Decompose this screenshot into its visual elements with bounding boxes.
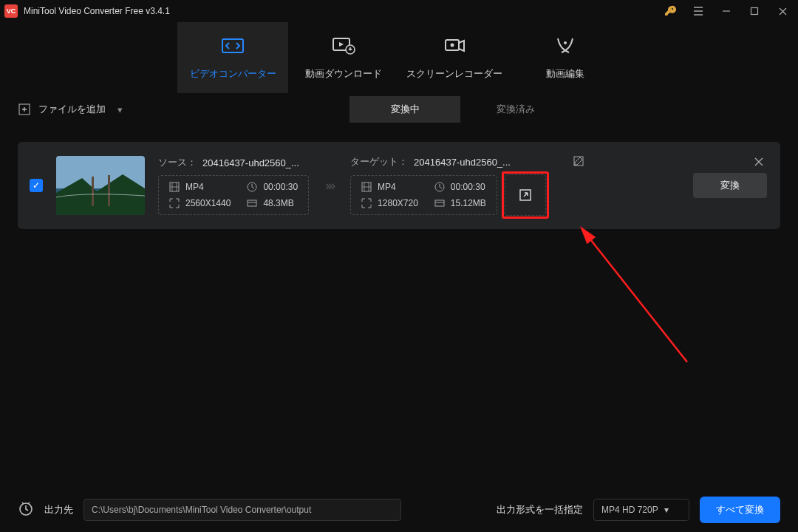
add-file-button[interactable]: ファイルを追加 ▾ xyxy=(18,103,123,116)
remove-job-button[interactable] xyxy=(752,155,765,168)
output-path-input[interactable] xyxy=(83,499,401,521)
svg-rect-0 xyxy=(751,8,758,15)
svg-point-7 xyxy=(564,41,567,44)
tgt-format: MP4 xyxy=(378,182,396,192)
tab-converting[interactable]: 変換中 xyxy=(349,96,460,123)
app-title: MiniTool Video Converter Free v3.4.1 xyxy=(24,6,170,16)
convert-all-button[interactable]: すべて変換 xyxy=(700,497,780,523)
source-filename: 20416437-uhd2560_... xyxy=(202,157,299,168)
minimize-button[interactable] xyxy=(712,0,740,22)
menu-icon[interactable] xyxy=(684,0,712,22)
svg-rect-12 xyxy=(92,177,94,206)
size-icon xyxy=(247,198,257,208)
nav-tab-editor[interactable]: 動画編集 xyxy=(510,22,621,93)
chevron-down-icon: ▾ xyxy=(117,104,123,115)
size-icon xyxy=(434,198,445,208)
add-file-icon xyxy=(18,103,31,116)
app-logo: VC xyxy=(4,4,18,18)
job-row: ✓ ソース： 20416437-uhd2560_... MP4 00:00:30… xyxy=(18,142,780,229)
target-column: ターゲット： 20416437-uhd2560_... MP4 00:00:30… xyxy=(350,155,546,216)
target-metadata: MP4 00:00:30 1280X720 15.12MB xyxy=(350,175,497,215)
target-label: ターゲット： xyxy=(350,155,408,168)
resolution-icon xyxy=(361,198,372,208)
nav-label: 動画編集 xyxy=(546,67,584,81)
arrow-icon: ››› xyxy=(322,178,337,194)
close-button[interactable] xyxy=(768,0,797,22)
job-list: ✓ ソース： 20416437-uhd2560_... MP4 00:00:30… xyxy=(0,126,798,484)
source-label: ソース： xyxy=(158,156,197,169)
src-size: 48.3MB xyxy=(263,198,293,208)
tab-done[interactable]: 変換済み xyxy=(460,96,571,123)
add-file-label: ファイルを追加 xyxy=(38,103,106,116)
film-icon xyxy=(169,182,180,192)
nav-tab-converter[interactable]: ビデオコンバーター xyxy=(177,22,288,93)
output-label: 出力先 xyxy=(44,503,73,516)
svg-marker-3 xyxy=(339,42,344,47)
tgt-duration: 00:00:30 xyxy=(451,182,485,192)
target-filename: 20416437-uhd2560_... xyxy=(414,157,511,168)
src-duration: 00:00:30 xyxy=(263,182,298,192)
tgt-size: 15.12MB xyxy=(451,198,486,208)
clock-icon xyxy=(434,182,445,192)
nav-label: ビデオコンバーター xyxy=(190,67,276,81)
key-icon[interactable] xyxy=(656,0,684,22)
svg-rect-19 xyxy=(435,200,444,206)
nav-tab-recorder[interactable]: スクリーンレコーダー xyxy=(399,22,510,93)
svg-rect-13 xyxy=(108,175,110,206)
svg-point-6 xyxy=(451,44,454,47)
resolution-icon xyxy=(169,198,180,208)
svg-rect-21 xyxy=(574,157,583,166)
nav-label: 動画ダウンロード xyxy=(305,67,382,81)
target-settings-button[interactable] xyxy=(505,174,546,216)
toolbar: ファイルを追加 ▾ 変換中 変換済み xyxy=(0,93,798,126)
editor-icon xyxy=(554,35,576,57)
src-resolution: 2560X1440 xyxy=(185,198,231,208)
tgt-resolution: 1280X720 xyxy=(378,198,418,208)
titlebar-left: VC MiniTool Video Converter Free v3.4.1 xyxy=(4,4,170,18)
convert-button[interactable]: 変換 xyxy=(693,173,767,198)
edit-target-button[interactable] xyxy=(573,155,584,170)
src-format: MP4 xyxy=(185,182,204,192)
svg-rect-16 xyxy=(248,200,256,206)
titlebar-controls xyxy=(656,0,797,22)
job-checkbox[interactable]: ✓ xyxy=(30,179,43,192)
expand-icon xyxy=(518,188,533,202)
film-icon xyxy=(361,182,372,192)
source-metadata: MP4 00:00:30 2560X1440 48.3MB xyxy=(158,175,309,215)
download-icon xyxy=(331,35,356,57)
source-column: ソース： 20416437-uhd2560_... MP4 00:00:30 2… xyxy=(158,156,309,215)
chevron-down-icon: ▾ xyxy=(664,505,669,515)
titlebar: VC MiniTool Video Converter Free v3.4.1 xyxy=(0,0,798,22)
recorder-icon xyxy=(442,35,467,57)
clock-icon xyxy=(247,182,257,192)
nav-label: スクリーンレコーダー xyxy=(406,67,502,81)
converter-icon xyxy=(220,35,245,57)
main-nav: ビデオコンバーター 動画ダウンロード スクリーンレコーダー 動画編集 xyxy=(0,22,798,93)
format-select[interactable]: MP4 HD 720P ▾ xyxy=(593,499,689,521)
nav-tab-download[interactable]: 動画ダウンロード xyxy=(288,22,399,93)
maximize-button[interactable] xyxy=(740,0,768,22)
status-tabs: 変換中 変換済み xyxy=(349,96,571,123)
schedule-icon[interactable] xyxy=(18,500,34,519)
format-label: 出力形式を一括指定 xyxy=(497,503,583,516)
footer: 出力先 出力形式を一括指定 MP4 HD 720P ▾ すべて変換 xyxy=(0,488,798,532)
format-value: MP4 HD 720P xyxy=(601,505,658,515)
job-thumbnail[interactable] xyxy=(56,156,145,215)
